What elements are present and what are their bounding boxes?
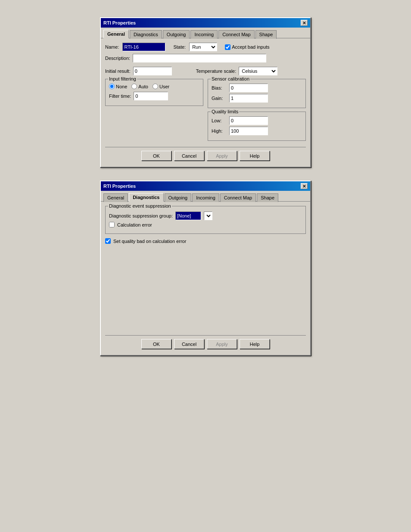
tab-diagnostics-1[interactable]: Diagnostics: [130, 30, 162, 39]
input-filtering-label: Input filtering: [108, 76, 137, 81]
tab-connect-map-1[interactable]: Connect Map: [218, 30, 254, 39]
title-2: RTI Properties: [103, 184, 136, 189]
description-row: Description:: [105, 54, 306, 62]
sensor-calibration-label: Sensor calibration: [211, 76, 250, 81]
two-col-section: Input filtering None Auto: [105, 79, 306, 143]
input-filtering-group: Input filtering None Auto: [105, 79, 203, 106]
tabs-bar-1: General Diagnostics Outgoing Incoming Co…: [101, 28, 310, 38]
tab-shape-1[interactable]: Shape: [255, 30, 277, 39]
page-container: RTI Properties ✕ General Diagnostics Out…: [9, 9, 402, 364]
tab-diagnostics-2[interactable]: Diagnostics: [129, 193, 163, 202]
diag-suppression-title: Diagnostic event suppression: [108, 203, 172, 208]
close-button-2[interactable]: ✕: [301, 183, 308, 189]
calc-error-checkbox[interactable]: [109, 222, 115, 227]
diag-suppression-group: Diagnostic event suppression Diagnostic …: [105, 206, 306, 234]
filter-time-row: Filter time:: [109, 92, 199, 100]
name-input[interactable]: [122, 43, 165, 51]
dialog1-content: Name: State: Run Stop Accept bad inputs …: [101, 38, 310, 167]
state-select[interactable]: Run Stop: [189, 43, 217, 51]
suppression-group-row: Diagnostic suppression group:: [109, 212, 302, 220]
tab-incoming-1[interactable]: Incoming: [190, 30, 218, 39]
high-input[interactable]: [229, 127, 268, 135]
low-row: Low:: [212, 116, 302, 125]
calc-error-label: Calculation error: [117, 222, 152, 227]
spacer: [105, 246, 306, 332]
initial-result-input[interactable]: [133, 67, 172, 75]
tab-outgoing-1[interactable]: Outgoing: [163, 30, 190, 39]
ok-button-2[interactable]: OK: [141, 339, 171, 349]
radio-user-label: User: [159, 84, 169, 89]
radio-auto: Auto: [131, 84, 148, 89]
low-label: Low:: [212, 118, 227, 123]
tab-incoming-2[interactable]: Incoming: [192, 193, 219, 202]
radio-auto-input[interactable]: [131, 84, 137, 89]
name-label: Name:: [105, 44, 119, 50]
high-label: High:: [212, 128, 227, 134]
tab-connect-map-2[interactable]: Connect Map: [220, 193, 256, 202]
state-label: State:: [173, 44, 186, 50]
temp-scale-label: Temperature scale:: [196, 68, 237, 74]
bias-input[interactable]: [229, 84, 268, 92]
close-button-1[interactable]: ✕: [301, 20, 308, 26]
button-row-2: OK Cancel Apply Help: [105, 335, 306, 351]
col-right: Sensor calibration Bias: Gain: Quality l…: [208, 79, 306, 143]
radio-none-input[interactable]: [109, 84, 115, 89]
bias-row: Bias:: [212, 84, 302, 92]
initial-result-label: Initial result:: [105, 68, 131, 74]
accept-bad-checkbox[interactable]: [225, 44, 230, 50]
accept-bad-label: Accept bad inputs: [232, 44, 269, 50]
description-input[interactable]: [133, 54, 266, 62]
sensor-calibration-group: Sensor calibration Bias: Gain:: [208, 79, 306, 108]
tab-general-2[interactable]: General: [103, 193, 128, 202]
low-input[interactable]: [229, 116, 268, 125]
name-state-row: Name: State: Run Stop Accept bad inputs: [105, 43, 306, 51]
suppression-group-label: Diagnostic suppression group:: [109, 213, 173, 218]
tabs-bar-2: General Diagnostics Outgoing Incoming Co…: [101, 191, 310, 202]
dialog1-window: RTI Properties ✕ General Diagnostics Out…: [100, 17, 311, 168]
radio-none: None: [109, 84, 127, 89]
help-button-1[interactable]: Help: [240, 151, 270, 161]
filter-time-label: Filter time:: [109, 93, 131, 99]
calc-error-row: Calculation error: [109, 222, 302, 227]
ok-button-1[interactable]: OK: [141, 151, 171, 161]
bias-label: Bias:: [212, 85, 227, 90]
button-row-1: OK Cancel Apply Help: [105, 147, 306, 162]
quality-limits-label: Quality limits: [211, 109, 239, 114]
dialog2-content: Diagnostic event suppression Diagnostic …: [101, 202, 310, 355]
radio-auto-label: Auto: [138, 84, 148, 89]
suppression-group-input[interactable]: [175, 212, 201, 220]
gain-row: Gain:: [212, 94, 302, 103]
cancel-button-2[interactable]: Cancel: [174, 339, 204, 349]
apply-button-2[interactable]: Apply: [207, 339, 237, 349]
tab-shape-2[interactable]: Shape: [257, 193, 278, 202]
initial-result-row: Initial result: Temperature scale: Celsi…: [105, 67, 306, 75]
title-1: RTI Properties: [103, 20, 136, 25]
gain-input[interactable]: [229, 94, 268, 103]
radio-group: None Auto User: [109, 84, 199, 89]
gain-label: Gain:: [212, 96, 227, 101]
temp-scale-select[interactable]: Celsius Fahrenheit: [239, 67, 277, 75]
title-bar-2: RTI Properties ✕: [101, 181, 310, 191]
tab-general-1[interactable]: General: [103, 30, 129, 38]
set-quality-row: Set quality bad on calculation error: [105, 238, 306, 244]
dialog2-window: RTI Properties ✕ General Diagnostics Out…: [100, 180, 311, 356]
col-left: Input filtering None Auto: [105, 79, 203, 143]
cancel-button-1[interactable]: Cancel: [174, 151, 204, 161]
description-label: Description:: [105, 56, 130, 61]
high-row: High:: [212, 127, 302, 135]
radio-none-label: None: [116, 84, 127, 89]
radio-user: User: [153, 84, 169, 89]
tab-outgoing-2[interactable]: Outgoing: [165, 193, 192, 202]
radio-user-input[interactable]: [153, 84, 158, 89]
apply-button-1[interactable]: Apply: [207, 151, 237, 161]
help-button-2[interactable]: Help: [240, 339, 270, 349]
set-quality-checkbox[interactable]: [105, 238, 111, 244]
set-quality-label: Set quality bad on calculation error: [113, 239, 186, 244]
filter-time-input[interactable]: [134, 92, 168, 100]
suppression-group-select[interactable]: [204, 212, 212, 220]
title-bar-1: RTI Properties ✕: [101, 18, 310, 28]
quality-limits-group: Quality limits Low: High:: [208, 112, 306, 141]
